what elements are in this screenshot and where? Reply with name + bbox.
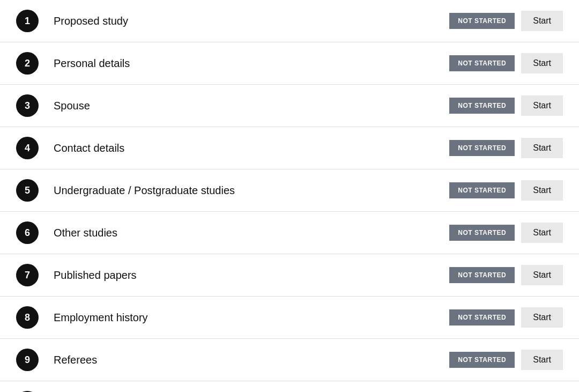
list-item: 1Proposed studyNOT STARTEDStart [0, 0, 579, 42]
item-label: Proposed study [54, 15, 449, 27]
list-item: 10SponsorsNOT STARTEDStart [0, 381, 579, 392]
item-actions: NOT STARTEDStart [449, 138, 563, 158]
start-button[interactable]: Start [521, 223, 563, 243]
list-item: 9RefereesNOT STARTEDStart [0, 339, 579, 381]
item-actions: NOT STARTEDStart [449, 53, 563, 73]
start-button[interactable]: Start [521, 307, 563, 328]
start-button[interactable]: Start [521, 11, 563, 31]
status-badge: NOT STARTED [449, 98, 515, 114]
item-label: Spouse [54, 100, 449, 112]
item-number-badge: 7 [16, 264, 39, 286]
item-label: Undergraduate / Postgraduate studies [54, 184, 449, 197]
item-number-badge: 5 [16, 179, 39, 202]
item-actions: NOT STARTEDStart [449, 180, 563, 201]
status-badge: NOT STARTED [449, 225, 515, 241]
item-number-badge: 1 [16, 10, 39, 32]
item-actions: NOT STARTEDStart [449, 11, 563, 31]
status-badge: NOT STARTED [449, 55, 515, 71]
item-number-badge: 4 [16, 137, 39, 159]
list-item: 2Personal detailsNOT STARTEDStart [0, 42, 579, 85]
item-number-badge: 9 [16, 349, 39, 371]
item-label: Personal details [54, 57, 449, 70]
start-button[interactable]: Start [521, 350, 563, 370]
item-number-badge: 3 [16, 94, 39, 117]
item-actions: NOT STARTEDStart [449, 350, 563, 370]
item-label: Other studies [54, 227, 449, 239]
status-badge: NOT STARTED [449, 13, 515, 29]
item-number-badge: 6 [16, 221, 39, 244]
item-number-badge: 2 [16, 52, 39, 75]
item-actions: NOT STARTEDStart [449, 95, 563, 116]
list-item: 3SpouseNOT STARTEDStart [0, 85, 579, 127]
start-button[interactable]: Start [521, 53, 563, 73]
status-badge: NOT STARTED [449, 140, 515, 156]
item-number-badge: 8 [16, 306, 39, 329]
item-actions: NOT STARTEDStart [449, 265, 563, 285]
status-badge: NOT STARTED [449, 309, 515, 326]
list-item: 7Published papersNOT STARTEDStart [0, 254, 579, 297]
application-list: 1Proposed studyNOT STARTEDStart2Personal… [0, 0, 579, 392]
status-badge: NOT STARTED [449, 267, 515, 283]
start-button[interactable]: Start [521, 138, 563, 158]
item-label: Contact details [54, 142, 449, 154]
item-actions: NOT STARTEDStart [449, 223, 563, 243]
list-item: 6Other studiesNOT STARTEDStart [0, 212, 579, 254]
item-label: Referees [54, 354, 449, 366]
item-actions: NOT STARTEDStart [449, 307, 563, 328]
item-label: Employment history [54, 312, 449, 324]
start-button[interactable]: Start [521, 180, 563, 201]
item-label: Published papers [54, 269, 449, 282]
start-button[interactable]: Start [521, 95, 563, 116]
start-button[interactable]: Start [521, 265, 563, 285]
status-badge: NOT STARTED [449, 352, 515, 368]
status-badge: NOT STARTED [449, 182, 515, 198]
list-item: 4Contact detailsNOT STARTEDStart [0, 127, 579, 169]
list-item: 8Employment historyNOT STARTEDStart [0, 297, 579, 339]
list-item: 5Undergraduate / Postgraduate studiesNOT… [0, 169, 579, 212]
